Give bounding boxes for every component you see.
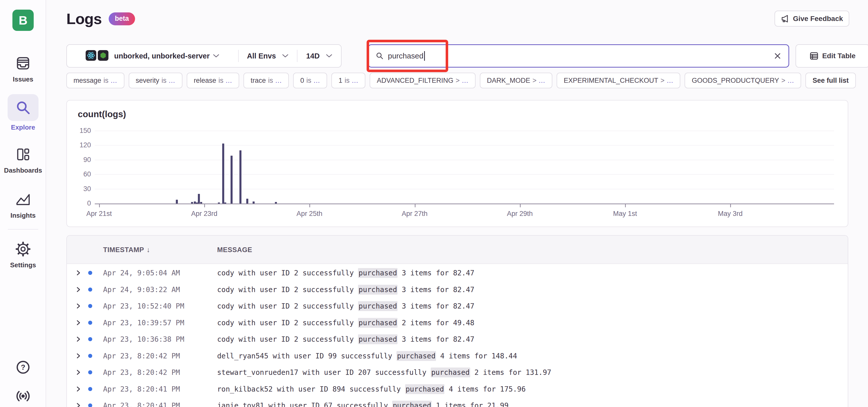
chart-bar[interactable]	[198, 194, 200, 203]
log-message: cody with user ID 2 successfully purchas…	[217, 269, 474, 277]
issues-icon	[15, 55, 31, 71]
log-row[interactable]: Apr 24, 9:03:22 AMcody with user ID 2 su…	[67, 281, 848, 298]
expand-row-icon[interactable]	[76, 370, 81, 375]
logs-page: B IssuesExploreDashboardsInsightsSetting…	[0, 0, 868, 407]
sidebar-help-button[interactable]: ?	[0, 360, 46, 376]
log-row[interactable]: Apr 23, 10:52:40 PMcody with user ID 2 s…	[67, 298, 848, 314]
expand-row-icon[interactable]	[76, 403, 81, 407]
expand-row-icon[interactable]	[76, 353, 81, 359]
sidebar-item-settings[interactable]: Settings	[0, 241, 46, 269]
sidebar-item-issues[interactable]: Issues	[0, 55, 46, 83]
x-axis-tick-label: Apr 29th	[507, 210, 533, 218]
page-filter-control: unborked, unborked-server All Envs 14D	[66, 44, 342, 68]
severity-dot	[88, 337, 92, 341]
filter-chip[interactable]: 0is...	[293, 73, 327, 88]
expand-row-icon[interactable]	[76, 303, 81, 309]
svg-text:?: ?	[21, 363, 25, 371]
environment-selector[interactable]: All Envs	[239, 45, 297, 67]
log-row[interactable]: Apr 23, 10:36:38 PMcody with user ID 2 s…	[67, 331, 848, 347]
x-axis-tick-mark	[730, 203, 731, 207]
log-message: dell_ryan545 with user ID 99 successfull…	[217, 352, 517, 360]
sidebar-item-dashboards[interactable]: Dashboards	[0, 146, 46, 174]
log-row[interactable]: Apr 24, 9:05:04 AMcody with user ID 2 su…	[67, 265, 848, 281]
edit-table-button[interactable]: Edit Table	[796, 44, 868, 68]
expand-row-icon[interactable]	[76, 270, 81, 276]
severity-dot	[88, 354, 92, 358]
chart-bar[interactable]	[246, 199, 248, 203]
active-item-background	[8, 94, 38, 121]
severity-dot	[88, 304, 92, 308]
project-selector[interactable]: unborked, unborked-server	[67, 45, 238, 67]
severity-dot	[88, 271, 92, 275]
give-feedback-button[interactable]: Give Feedback	[775, 11, 849, 27]
log-row[interactable]: Apr 23, 10:39:57 PMcody with user ID 2 s…	[67, 314, 848, 331]
severity-dot	[88, 387, 92, 391]
sidebar-item-explore[interactable]: Explore	[0, 94, 46, 131]
chart-bar[interactable]	[218, 202, 220, 203]
filter-chip[interactable]: traceis...	[244, 73, 289, 88]
log-search-input[interactable]: purchased	[368, 44, 789, 68]
date-range-selector[interactable]: 14D	[298, 45, 341, 67]
org-logo[interactable]: B	[12, 10, 34, 31]
filter-chip[interactable]: GOODS_PRODUCTQUERY>...	[685, 73, 801, 88]
gridline	[95, 160, 834, 160]
log-timestamp: Apr 24, 9:03:22 AM	[103, 285, 180, 294]
gear-icon	[15, 241, 31, 257]
chart-bar[interactable]	[275, 202, 277, 203]
clear-search-button[interactable]	[774, 52, 781, 60]
chart-bar[interactable]	[196, 202, 198, 203]
log-row[interactable]: Apr 23, 8:20:41 PMron_kilback52 with use…	[67, 381, 848, 397]
chart-bar[interactable]	[224, 202, 226, 203]
edit-table-label: Edit Table	[822, 52, 856, 60]
log-timestamp: Apr 23, 10:36:38 PM	[103, 335, 184, 343]
node-hexagon-icon	[98, 50, 108, 62]
sidebar-item-label: Insights	[0, 212, 46, 219]
expand-row-icon[interactable]	[76, 320, 81, 326]
sidebar-item-insights[interactable]: Insights	[0, 191, 46, 219]
page-title: Logs	[66, 10, 102, 28]
chart-title: count(logs)	[78, 109, 126, 119]
chart-bar[interactable]	[194, 201, 196, 203]
search-icon	[376, 52, 384, 60]
chart-bar[interactable]	[230, 156, 232, 203]
see-full-list-button[interactable]: See full list	[805, 73, 856, 88]
filter-chip[interactable]: messageis...	[66, 73, 124, 88]
main-content: Logs beta Give Feedback unborked, unbork…	[46, 0, 868, 407]
chart-bar[interactable]	[253, 201, 255, 203]
expand-row-icon[interactable]	[76, 386, 81, 392]
log-row[interactable]: Apr 23, 8:20:41 PMjanie_toy81 with user …	[67, 397, 848, 407]
x-axis-tick-mark	[415, 203, 415, 207]
chart-bar[interactable]	[200, 202, 202, 203]
x-axis-tick-label: May 3rd	[718, 210, 743, 218]
filter-chip[interactable]: DARK_MODE>...	[480, 73, 552, 88]
chart-bar[interactable]	[240, 150, 242, 203]
expand-row-icon[interactable]	[76, 336, 81, 342]
chart-bar[interactable]	[191, 202, 193, 203]
severity-dot	[88, 403, 92, 407]
filter-chip[interactable]: 1is...	[331, 73, 365, 88]
filter-chip[interactable]: EXPERIMENTAL_CHECKOUT>...	[557, 73, 680, 88]
chevron-down-icon	[213, 54, 219, 58]
search-match-highlight: purchased	[358, 268, 398, 278]
chart-bar[interactable]	[176, 200, 178, 203]
megaphone-icon	[781, 14, 789, 23]
x-axis-tick-label: Apr 27th	[402, 210, 428, 218]
log-row[interactable]: Apr 23, 8:20:42 PMdell_ryan545 with user…	[67, 347, 848, 364]
sidebar-whats-new-button[interactable]	[0, 390, 46, 403]
log-row[interactable]: Apr 23, 8:20:42 PMstewart_vonrueden17 wi…	[67, 364, 848, 381]
log-message: ron_kilback52 with user ID 894 successfu…	[217, 385, 526, 393]
column-header-message[interactable]: MESSAGE	[217, 236, 252, 264]
react-icon	[86, 50, 96, 62]
help-icon: ?	[16, 360, 30, 375]
beta-badge: beta	[109, 12, 135, 25]
filter-chip[interactable]: releaseis...	[187, 73, 240, 88]
filter-chip[interactable]: ADVANCED_FILTERING>...	[370, 73, 475, 88]
table-icon	[809, 52, 818, 61]
severity-dot	[88, 370, 92, 374]
chart-bar[interactable]	[222, 143, 224, 203]
expand-row-icon[interactable]	[76, 287, 81, 292]
severity-dot	[88, 321, 92, 325]
filter-chip[interactable]: severityis...	[129, 73, 182, 88]
sidebar-item-label: Dashboards	[0, 167, 46, 174]
column-header-timestamp[interactable]: TIMESTAMP ↓	[103, 236, 150, 264]
